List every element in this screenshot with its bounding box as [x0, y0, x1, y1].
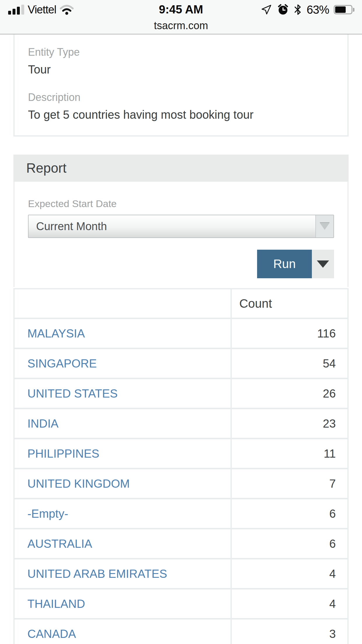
country-link[interactable]: CANADA [27, 627, 76, 640]
country-link[interactable]: UNITED KINGDOM [27, 477, 130, 490]
count-value: 6 [231, 499, 349, 529]
entity-type-value: Tour [28, 63, 334, 76]
caret-down-icon [317, 260, 329, 268]
iphone-screen: Viettel 9:45 AM 63% [0, 0, 362, 644]
count-value: 4 [231, 589, 349, 620]
report-panel: Report Expected Start Date Current Month… [13, 155, 349, 287]
report-panel-body: Expected Start Date Current Month Run [13, 182, 349, 287]
country-link[interactable]: INDIA [27, 417, 59, 430]
status-bar: Viettel 9:45 AM 63% [0, 0, 362, 18]
country-link[interactable]: UNITED ARAB EMIRATES [27, 567, 167, 580]
page-content: Entity Type Tour Description To get 5 co… [0, 34, 362, 644]
count-value: 54 [231, 349, 349, 379]
count-value: 11 [231, 439, 349, 469]
report-results-table: Count MALAYSIA 116 SINGAPORE 54 UNITED S… [13, 288, 349, 644]
country-link[interactable]: MALAYSIA [27, 327, 85, 340]
record-detail-card: Entity Type Tour Description To get 5 co… [13, 34, 349, 136]
count-value: 4 [231, 559, 349, 589]
chevron-down-icon [315, 215, 333, 237]
table-row: CANADA 3 [13, 620, 349, 644]
country-link[interactable]: UNITED STATES [27, 387, 118, 400]
table-row: THAILAND 4 [13, 589, 349, 620]
count-value: 26 [231, 379, 349, 409]
run-button[interactable]: Run [257, 250, 312, 278]
table-row: PHILIPPINES 11 [13, 439, 349, 469]
count-value: 116 [231, 319, 349, 349]
table-row: SINGAPORE 54 [13, 349, 349, 379]
run-button-row: Run [28, 250, 334, 278]
table-header-row: Count [13, 289, 349, 319]
count-value: 6 [231, 529, 349, 559]
country-link[interactable]: -Empty- [27, 507, 68, 520]
country-link[interactable]: THAILAND [27, 597, 85, 610]
table-row: -Empty- 6 [13, 499, 349, 529]
expected-start-date-label: Expected Start Date [28, 198, 334, 209]
safari-address-bar[interactable]: tsacrm.com [0, 18, 362, 34]
table-row: UNITED ARAB EMIRATES 4 [13, 559, 349, 589]
table-row: AUSTRALIA 6 [13, 529, 349, 559]
country-link[interactable]: SINGAPORE [27, 357, 97, 370]
url-text: tsacrm.com [154, 20, 208, 32]
table-row: MALAYSIA 116 [13, 319, 349, 349]
description-label: Description [28, 91, 334, 104]
count-value: 7 [231, 469, 349, 499]
table-row: UNITED STATES 26 [13, 379, 349, 409]
country-link[interactable]: AUSTRALIA [27, 537, 92, 550]
clock-time: 9:45 AM [0, 3, 362, 16]
description-value: To get 5 countries having most booking t… [28, 108, 334, 121]
select-selected-value: Current Month [29, 215, 315, 237]
count-column-header: Count [231, 289, 349, 319]
table-row: INDIA 23 [13, 409, 349, 439]
country-link[interactable]: PHILIPPINES [27, 447, 99, 460]
count-value: 3 [231, 620, 349, 644]
count-value: 23 [231, 409, 349, 439]
expected-start-date-select[interactable]: Current Month [28, 215, 334, 238]
country-column-header [13, 289, 231, 319]
table-row: UNITED KINGDOM 7 [13, 469, 349, 499]
run-dropdown-button[interactable] [312, 250, 334, 278]
entity-type-label: Entity Type [28, 46, 334, 58]
report-panel-title: Report [13, 155, 349, 182]
